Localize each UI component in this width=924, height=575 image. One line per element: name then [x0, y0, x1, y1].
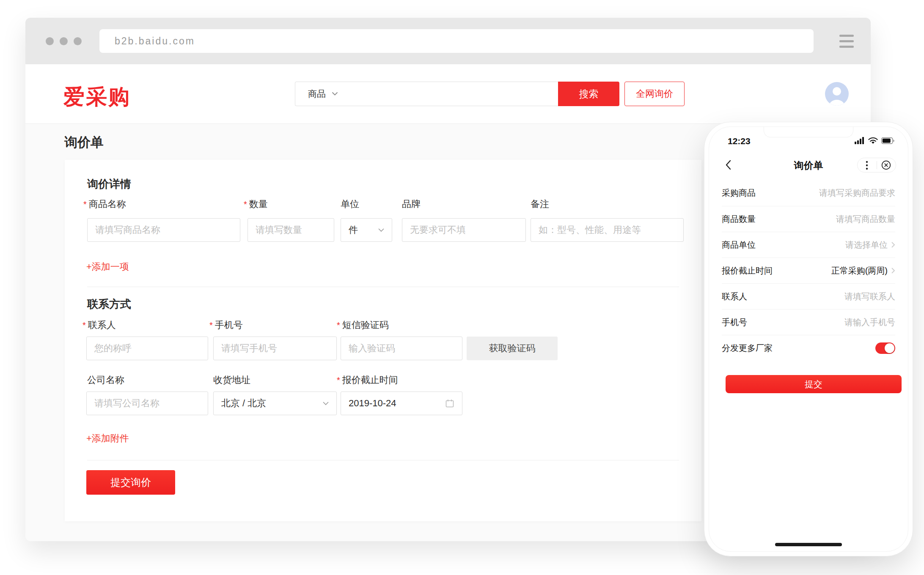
remark-input[interactable] — [531, 218, 684, 242]
required-mark: * — [82, 320, 86, 330]
list-item-distribute: 分发更多厂家 — [722, 335, 895, 361]
chevron-right-icon — [891, 241, 895, 248]
field-label-company: 公司名称 — [87, 374, 124, 386]
chevron-down-icon — [378, 228, 384, 232]
phone-form-list: 采购商品 请填写采购商品要求 商品数量 请填写商品数量 商品单位 请选择单位 报… — [722, 180, 895, 361]
list-item-unit[interactable]: 商品单位 请选择单位 — [722, 232, 895, 257]
window-dot — [60, 37, 68, 45]
field-placeholder: 请输入手机号 — [844, 317, 895, 328]
required-mark: * — [83, 200, 87, 209]
field-placeholder: 请填写采购商品要求 — [819, 187, 895, 199]
address-select[interactable]: 北京 / 北京 — [213, 392, 337, 415]
list-item-deadline[interactable]: 报价截止时间 正常采购(两周) — [722, 257, 895, 283]
menu-icon[interactable] — [839, 35, 854, 48]
address-bar[interactable]: b2b.baidu.com — [99, 29, 814, 53]
required-mark: * — [337, 320, 340, 330]
status-icons — [855, 137, 894, 144]
window-controls — [46, 37, 82, 45]
phone-submit-button[interactable]: 提交 — [726, 375, 902, 393]
more-button[interactable] — [858, 161, 877, 170]
section-title-details: 询价详情 — [87, 177, 131, 192]
field-value: 正常采购(两周) — [831, 265, 895, 277]
close-button[interactable] — [877, 160, 896, 170]
field-placeholder: 请选择单位 — [845, 239, 895, 251]
search-category-value: 商品 — [308, 88, 326, 100]
divider — [87, 287, 679, 287]
submit-inquiry-button[interactable]: 提交询价 — [86, 470, 175, 495]
sms-code-input[interactable] — [341, 337, 462, 360]
ellipsis-vertical-icon — [866, 161, 868, 170]
search-category-select[interactable]: 商品 — [295, 82, 558, 106]
phone-nav-bar: 询价单 — [709, 154, 908, 176]
field-placeholder: 请填写商品数量 — [836, 214, 895, 225]
window-dot — [74, 37, 82, 45]
contact-name-input[interactable] — [86, 337, 208, 360]
brand-input[interactable] — [402, 218, 526, 242]
section-title-contact: 联系方式 — [87, 297, 131, 312]
browser-chrome: b2b.baidu.com — [25, 18, 871, 64]
chevron-down-icon — [332, 92, 338, 96]
deadline-value: 2019-10-24 — [349, 398, 445, 409]
close-circle-icon — [881, 160, 891, 170]
quantity-input[interactable] — [248, 218, 334, 242]
get-code-button[interactable]: 获取验证码 — [467, 337, 558, 360]
field-label-contact-name: *联系人 — [82, 319, 116, 331]
chevron-right-icon — [891, 267, 895, 274]
product-name-input[interactable] — [87, 218, 240, 242]
required-mark: * — [337, 375, 340, 385]
field-label-quantity: *数量 — [244, 198, 268, 211]
mobile-input[interactable] — [213, 337, 337, 360]
toggle-knob — [885, 343, 894, 353]
field-label-address: 收货地址 — [213, 374, 250, 386]
inquiry-form-card: 询价详情 *商品名称 *数量 单位 品牌 备注 件 +添加一项 联系方式 *联系… — [65, 160, 701, 521]
required-mark: * — [244, 200, 247, 209]
url-text: b2b.baidu.com — [115, 36, 195, 47]
address-value: 北京 / 北京 — [221, 397, 323, 410]
deadline-date-picker[interactable]: 2019-10-24 — [341, 392, 462, 415]
search-button[interactable]: 搜索 — [558, 82, 619, 106]
unit-select[interactable]: 件 — [341, 218, 392, 242]
site-header: 爱采购 商品 搜索 全网询价 — [25, 64, 871, 123]
field-label-deadline: *报价截止时间 — [337, 374, 398, 386]
calendar-icon — [445, 399, 454, 408]
list-item-mobile[interactable]: 手机号 请输入手机号 — [722, 309, 895, 335]
add-attachment-link[interactable]: +添加附件 — [86, 432, 129, 445]
chevron-down-icon — [323, 402, 329, 405]
distribute-toggle[interactable] — [875, 342, 895, 354]
company-input[interactable] — [86, 392, 208, 415]
search-group: 商品 搜索 — [295, 82, 619, 106]
site-logo[interactable]: 爱采购 — [63, 83, 131, 111]
phone-notch — [764, 126, 853, 137]
field-label-product-name: *商品名称 — [83, 198, 126, 211]
user-avatar[interactable] — [825, 82, 849, 106]
list-item-quantity[interactable]: 商品数量 请填写商品数量 — [722, 206, 895, 232]
page-title: 询价单 — [64, 134, 104, 151]
global-inquiry-button[interactable]: 全网询价 — [624, 82, 685, 106]
battery-icon — [881, 137, 894, 144]
field-label-brand: 品牌 — [402, 198, 421, 211]
add-item-link[interactable]: +添加一项 — [86, 260, 129, 273]
phone-mockup: 12:23 — [704, 122, 913, 556]
list-item-contact[interactable]: 联系人 请填写联系人 — [722, 283, 895, 309]
signal-icon — [855, 137, 865, 144]
field-label-unit: 单位 — [341, 198, 359, 211]
field-placeholder: 请填写联系人 — [844, 291, 895, 302]
field-label-remark: 备注 — [531, 198, 549, 211]
miniprogram-capsule — [857, 158, 896, 172]
home-indicator[interactable] — [775, 543, 842, 546]
wifi-icon — [868, 137, 878, 144]
divider — [87, 460, 679, 460]
status-time: 12:23 — [728, 136, 751, 146]
window-dot — [46, 37, 54, 45]
list-item-product[interactable]: 采购商品 请填写采购商品要求 — [722, 180, 895, 206]
field-label-sms-code: *短信验证码 — [337, 319, 389, 331]
required-mark: * — [209, 320, 213, 330]
unit-value: 件 — [349, 224, 378, 236]
field-label-mobile: *手机号 — [209, 319, 243, 331]
person-icon — [825, 82, 849, 106]
phone-screen: 12:23 — [709, 126, 908, 552]
